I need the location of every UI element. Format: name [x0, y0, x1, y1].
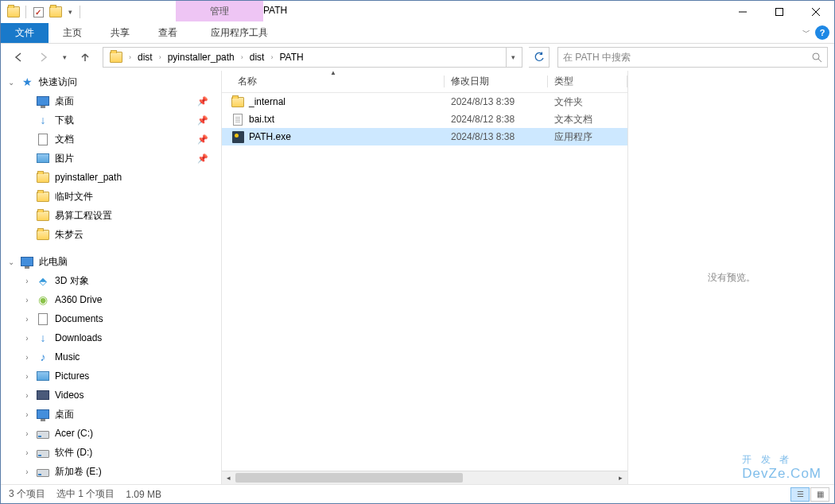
nav-item[interactable]: 易算工程设置 [1, 206, 221, 225]
nav-item[interactable]: 朱梦云 [1, 225, 221, 244]
minimize-button[interactable] [724, 1, 761, 23]
ribbon-collapse-icon[interactable]: ﹀ [802, 27, 810, 38]
expand-icon[interactable]: › [23, 391, 31, 400]
expand-icon[interactable]: › [23, 410, 31, 419]
up-button[interactable] [74, 47, 96, 68]
drive-icon [36, 445, 50, 459]
address-bar[interactable]: › dist › pyinstaller_path › dist › PATH … [103, 47, 522, 68]
breadcrumb-seg[interactable]: dist [133, 48, 157, 66]
qab-properties-icon[interactable]: ✓ [30, 4, 46, 20]
file-type: 应用程序 [548, 130, 627, 144]
nav-item[interactable]: ›↓Downloads [1, 328, 221, 347]
minimize-icon [739, 8, 747, 16]
thumbnails-view-button[interactable]: ▦ [810, 487, 829, 502]
col-header-date[interactable]: 修改日期 [445, 71, 548, 92]
chevron-right-icon[interactable]: › [239, 53, 245, 61]
nav-item-label: Music [55, 351, 80, 362]
nav-item[interactable]: pyinstaller_path [1, 168, 221, 187]
tab-file[interactable]: 文件 [1, 23, 49, 43]
chevron-right-icon[interactable]: › [157, 53, 163, 61]
scroll-left-icon[interactable]: ◂ [222, 471, 235, 485]
nav-item[interactable]: ↓下载📌 [1, 110, 221, 130]
app-folder-icon[interactable] [6, 4, 21, 20]
nav-item[interactable]: 图片📌 [1, 149, 221, 168]
nav-item-label: 图片 [55, 152, 74, 165]
nav-item[interactable]: 临时文件 [1, 187, 221, 206]
refresh-button[interactable] [529, 47, 550, 68]
expand-icon[interactable]: › [23, 296, 31, 304]
search-box[interactable]: 在 PATH 中搜索 [557, 47, 828, 68]
breadcrumb-seg[interactable]: pyinstaller_path [163, 48, 239, 66]
pin-icon: 📌 [197, 115, 208, 126]
qab-new-folder-icon[interactable] [48, 4, 64, 20]
expand-icon[interactable]: ⌄ [7, 258, 15, 266]
address-history-dropdown[interactable]: ▾ [506, 48, 520, 67]
svg-line-5 [818, 59, 821, 62]
folder-icon [36, 189, 50, 204]
file-row[interactable]: bai.txt2024/8/12 8:38文本文档 [222, 110, 627, 128]
nav-item-label: 朱梦云 [55, 228, 84, 242]
nav-item-label: 临时文件 [55, 190, 93, 204]
close-button[interactable] [798, 1, 834, 23]
tab-app-tools[interactable]: 应用程序工具 [196, 23, 282, 43]
recent-locations-dropdown[interactable]: ▾ [58, 47, 71, 68]
file-row[interactable]: _internal2024/8/13 8:39文件夹 [222, 93, 627, 110]
expand-icon[interactable]: › [23, 334, 31, 343]
expand-icon[interactable]: › [23, 372, 31, 381]
expand-icon[interactable]: › [23, 315, 31, 324]
help-icon[interactable]: ? [815, 25, 829, 40]
breadcrumb-seg[interactable]: PATH [274, 48, 308, 66]
nav-item[interactable]: ›Videos [1, 386, 221, 405]
nav-item-label: pyinstaller_path [55, 172, 122, 183]
chevron-right-icon[interactable]: › [127, 53, 133, 61]
col-header-type[interactable]: 类型 [548, 71, 627, 92]
back-button[interactable] [7, 47, 29, 68]
scroll-thumb[interactable] [235, 473, 463, 483]
expand-icon[interactable]: › [23, 429, 31, 438]
nav-item[interactable]: ›桌面 [1, 405, 221, 424]
nav-item[interactable]: ›Documents [1, 309, 221, 328]
pic-icon [36, 369, 50, 383]
nav-item[interactable]: ›新加卷 (E:) [1, 462, 221, 481]
nav-item[interactable]: ›Pictures [1, 366, 221, 386]
nav-quick-access[interactable]: ⌄ ★ 快速访问 [1, 72, 221, 91]
navigation-pane[interactable]: ⌄ ★ 快速访问 桌面📌↓下载📌文档📌图片📌pyinstaller_path临时… [1, 71, 222, 484]
file-row[interactable]: PATH.exe2024/8/13 8:38应用程序 [222, 128, 627, 145]
maximize-button[interactable] [761, 1, 798, 23]
watermark: 开 发 者 DevZe.CoM [742, 445, 821, 481]
chevron-right-icon[interactable]: › [269, 53, 274, 61]
nav-item[interactable]: ›Acer (C:) [1, 424, 221, 443]
file-date: 2024/8/13 8:39 [445, 96, 548, 107]
tab-view[interactable]: 查看 [144, 23, 192, 43]
forward-button[interactable] [33, 47, 55, 68]
col-header-name[interactable]: ▲ 名称 [222, 71, 445, 92]
file-list[interactable]: ▲ 名称 修改日期 类型 _internal2024/8/13 8:39文件夹b… [222, 71, 627, 484]
nav-this-pc[interactable]: ⌄ 此电脑 [1, 252, 221, 271]
nav-item[interactable]: ›♪Music [1, 347, 221, 366]
nav-item[interactable]: ›⬘3D 对象 [1, 271, 221, 290]
nav-item[interactable]: 文档📌 [1, 130, 221, 149]
nav-item-label: 桌面 [55, 95, 74, 108]
horizontal-scrollbar[interactable]: ◂ ▸ [222, 471, 627, 484]
expand-icon[interactable]: › [23, 277, 31, 285]
scroll-track[interactable] [235, 471, 614, 484]
nav-item[interactable]: 桌面📌 [1, 91, 221, 110]
expand-icon[interactable]: › [23, 353, 31, 362]
watermark-line1: 开 发 者 [742, 454, 792, 465]
expand-icon[interactable]: › [23, 467, 31, 476]
status-size: 1.09 MB [126, 489, 161, 500]
expand-icon[interactable]: ⌄ [7, 78, 15, 87]
qab-customize-dropdown[interactable]: ▾ [65, 8, 76, 16]
address-root-icon[interactable] [105, 48, 127, 66]
tab-share[interactable]: 共享 [96, 23, 144, 43]
nav-item[interactable]: ›软件 (D:) [1, 443, 221, 462]
tab-home[interactable]: 主页 [49, 23, 96, 43]
nav-item-label: Pictures [55, 370, 89, 382]
scroll-right-icon[interactable]: ▸ [614, 471, 627, 485]
details-view-button[interactable]: ☰ [790, 487, 810, 502]
txt-icon [231, 113, 244, 126]
expand-icon[interactable]: › [23, 448, 31, 457]
maximize-icon [775, 8, 783, 16]
nav-item[interactable]: ›◉A360 Drive [1, 290, 221, 309]
breadcrumb-seg[interactable]: dist [245, 48, 270, 66]
